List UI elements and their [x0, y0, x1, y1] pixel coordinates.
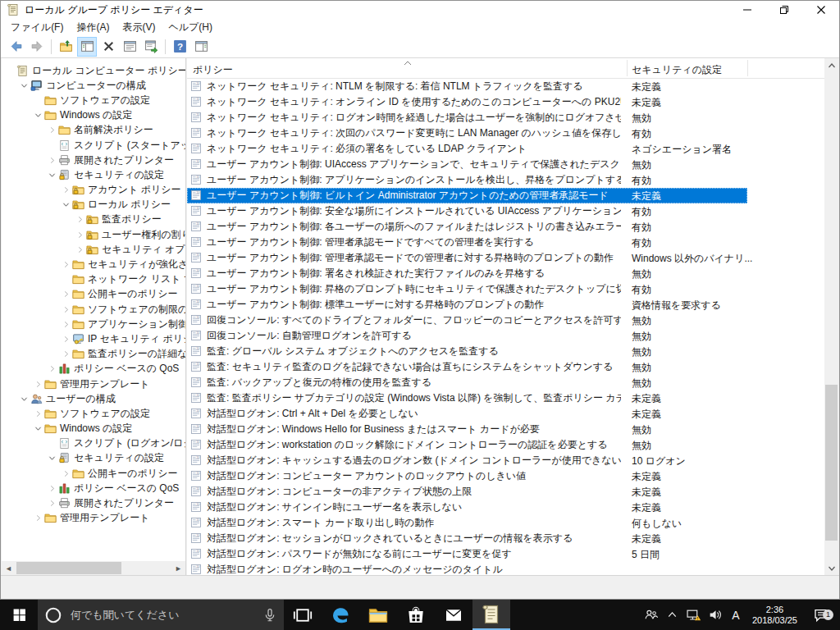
start-button[interactable]: [0, 600, 38, 630]
menu-action[interactable]: 操作(A): [70, 19, 116, 36]
policy-row[interactable]: 10監査: 監査ポリシー サブカテゴリの設定 (Windows Vista 以降…: [187, 390, 824, 406]
policy-row[interactable]: 10監査: グローバル システム オブジェクトへのアクセスを監査する無効: [187, 344, 824, 359]
network-warning-icon[interactable]: [683, 600, 705, 630]
people-icon[interactable]: [641, 600, 662, 630]
tree-item[interactable]: 公開キーのポリシー: [2, 466, 185, 481]
tree-item[interactable]: セキュリティが強化された Windows: [2, 257, 185, 272]
policy-row[interactable]: 10対話型ログオン: Windows Hello for Business また…: [187, 422, 824, 437]
policy-row[interactable]: 10ネットワーク セキュリティ: NTLM を制限する: 着信 NTLM トラフ…: [187, 79, 824, 94]
chevron-down-icon[interactable]: [19, 80, 30, 91]
policy-row[interactable]: 10対話型ログオン: Ctrl + Alt + Del を必要としない未定義: [187, 406, 824, 422]
tree-item[interactable]: ローカル コンピューター ポリシー: [2, 63, 185, 78]
tree-item[interactable]: ローカル ポリシー: [2, 198, 185, 212]
tree-item[interactable]: ネットワーク リスト マネージャー: [2, 272, 185, 287]
title-bar[interactable]: ローカル グループ ポリシー エディター: [1, 1, 839, 19]
tree-item[interactable]: 展開されたプリンター: [2, 153, 185, 167]
tree-item[interactable]: ユーザー権利の割り当て: [2, 227, 185, 242]
column-header-policy[interactable]: ポリシー: [193, 63, 233, 77]
tree-item[interactable]: セキュリティ オプション: [2, 242, 185, 257]
policy-row[interactable]: 10ネットワーク セキュリティ: 必須の署名をしている LDAP クライアントネ…: [187, 141, 824, 157]
show-action-pane-button[interactable]: [191, 37, 211, 57]
chevron-right-icon[interactable]: [61, 468, 71, 479]
policy-row[interactable]: 10対話型ログオン: キャッシュする過去のログオン数 (ドメイン コントローラー…: [187, 453, 824, 468]
policy-row[interactable]: 10ユーザー アカウント制御: 管理者承認モードですべての管理者を実行する有効: [187, 235, 824, 250]
tree-item[interactable]: セキュリティの設定: [2, 167, 185, 182]
tree-item[interactable]: ポリシー ベースの QoS: [2, 362, 185, 377]
chevron-down-icon[interactable]: [19, 393, 30, 404]
ime-indicator[interactable]: A: [726, 609, 746, 622]
parent-folder-button[interactable]: [56, 37, 75, 57]
minimize-button[interactable]: [728, 1, 765, 19]
chevron-right-icon[interactable]: [75, 244, 85, 255]
menu-view[interactable]: 表示(V): [116, 19, 162, 36]
chevron-right-icon[interactable]: [61, 333, 71, 345]
chevron-right-icon[interactable]: [33, 513, 43, 524]
taskbar-mail-button[interactable]: [435, 600, 472, 630]
policy-row[interactable]: 10対話型ログオン: セッションがロックされているときにユーザーの情報を表示する…: [187, 531, 824, 546]
scroll-right-arrow[interactable]: ►: [171, 561, 185, 575]
tree-item[interactable]: Windows の設定: [2, 108, 185, 123]
policy-row[interactable]: 10ネットワーク セキュリティ: オンライン ID を使用するためのこのコンピュ…: [187, 94, 824, 110]
scrollbar-thumb[interactable]: [16, 562, 121, 574]
tree-item[interactable]: アカウント ポリシー: [2, 183, 185, 198]
export-list-button[interactable]: [141, 37, 161, 57]
taskbar-edge-button[interactable]: [322, 600, 359, 630]
tree-horizontal-scrollbar[interactable]: ◄ ►: [2, 561, 185, 575]
policy-row[interactable]: 10対話型ログオン: コンピューターの非アクティブ状態の上限未定義: [187, 484, 824, 500]
tree-item[interactable]: コンピューターの構成: [2, 78, 185, 93]
hidden-icons-chevron-icon[interactable]: [662, 600, 683, 630]
policy-row[interactable]: 10対話型ログオン: ログオン時のユーザーへのメッセージのタイトル: [187, 562, 824, 575]
policy-row[interactable]: 10対話型ログオン: パスワードが無効になる前にユーザーに変更を促す5 日間: [187, 546, 824, 562]
volume-icon[interactable]: [705, 600, 726, 630]
chevron-down-icon[interactable]: [33, 423, 43, 435]
policy-row[interactable]: 10ユーザー アカウント制御: 標準ユーザーに対する昇格時のプロンプトの動作資格…: [187, 297, 824, 313]
tree-item[interactable]: ソフトウェアの設定: [2, 406, 185, 421]
help-button[interactable]: ?: [170, 37, 189, 57]
chevron-right-icon[interactable]: [47, 498, 57, 509]
policy-row[interactable]: 10ネットワーク セキュリティ: 次回のパスワード変更時に LAN Manage…: [187, 126, 824, 141]
policy-row[interactable]: 10回復コンソール: すべてのドライブとフォルダーに、フロッピーのコピーとアクセ…: [187, 313, 824, 328]
chevron-right-icon[interactable]: [61, 289, 71, 300]
taskbar-search-input[interactable]: 何でも聞いてください: [38, 600, 284, 630]
chevron-down-icon[interactable]: [33, 110, 43, 121]
tree-item[interactable]: ユーザーの構成: [2, 391, 185, 406]
policy-row[interactable]: 10ユーザー アカウント制御: UIAccess アプリケーションで、セキュリテ…: [187, 157, 824, 172]
taskbar-file-explorer-button[interactable]: [359, 600, 397, 630]
chevron-right-icon[interactable]: [47, 154, 57, 166]
tree-item[interactable]: スクリプト (ログオン/ログオフ): [2, 436, 185, 451]
tree-item[interactable]: 管理用テンプレート: [2, 511, 185, 526]
taskbar-task-view-button[interactable]: [284, 600, 322, 630]
column-header-security-setting[interactable]: セキュリティの設定: [632, 63, 722, 77]
tree-item[interactable]: アプリケーション制御ポリシー: [2, 317, 185, 331]
chevron-right-icon[interactable]: [33, 378, 43, 390]
tree-item[interactable]: 管理用テンプレート: [2, 377, 185, 391]
menu-file[interactable]: ファイル(F): [4, 19, 70, 36]
chevron-down-icon[interactable]: [47, 169, 57, 180]
forward-arrow-button[interactable]: [27, 37, 47, 57]
properties-button[interactable]: [120, 37, 139, 57]
policy-row[interactable]: 10ユーザー アカウント制御: アプリケーションのインストールを検出し、昇格をプ…: [187, 172, 824, 188]
close-button[interactable]: [802, 1, 839, 19]
chevron-right-icon[interactable]: [47, 363, 57, 375]
chevron-right-icon[interactable]: [61, 318, 71, 330]
chevron-down-icon[interactable]: [61, 199, 71, 211]
tree-item[interactable]: Windows の設定: [2, 422, 185, 436]
action-center-button[interactable]: 1: [804, 607, 837, 623]
chevron-right-icon[interactable]: [61, 185, 71, 196]
policy-row[interactable]: 10監査: バックアップと復元の特権の使用を監査する無効: [187, 375, 824, 390]
tree-item[interactable]: IP セキュリティ ポリシー (ローカル: [2, 331, 185, 346]
menu-help[interactable]: ヘルプ(H): [162, 19, 219, 36]
policy-row[interactable]: 10対話型ログオン: workstation のロック解除にドメイン コントロー…: [187, 437, 824, 453]
chevron-right-icon[interactable]: [61, 304, 71, 315]
tree-item[interactable]: ポリシー ベースの QoS: [2, 481, 185, 495]
policy-row[interactable]: 10対話型ログオン: サインイン時にユーザー名を表示しない未定義: [187, 500, 824, 515]
tree-item[interactable]: ソフトウェアの設定: [2, 93, 185, 107]
tree-item[interactable]: 名前解決ポリシー: [2, 123, 185, 138]
tree-item[interactable]: 展開されたプリンター: [2, 495, 185, 510]
scroll-left-arrow[interactable]: ◄: [2, 561, 16, 575]
policy-row[interactable]: 10ユーザー アカウント制御: ビルトイン Administrator アカウン…: [187, 188, 747, 203]
delete-button[interactable]: [98, 37, 118, 57]
policy-row[interactable]: 10ユーザー アカウント制御: 昇格のプロンプト時にセキュリティで保護されたデス…: [187, 281, 824, 297]
chevron-right-icon[interactable]: [47, 482, 57, 494]
taskbar-store-button[interactable]: [397, 600, 435, 630]
